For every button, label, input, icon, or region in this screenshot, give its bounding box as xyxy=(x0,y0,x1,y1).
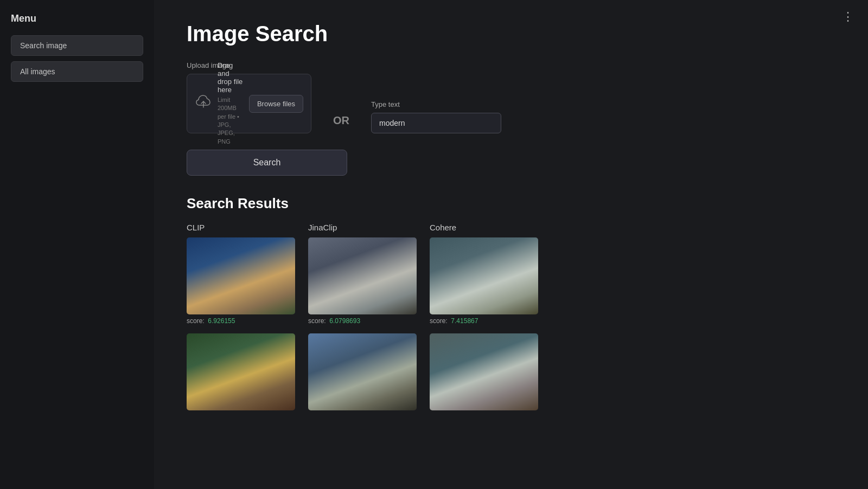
type-text-label: Type text xyxy=(371,100,501,108)
search-btn-row: Search xyxy=(187,150,835,176)
dropzone-text: Drag and drop file here Limit 200MB per … xyxy=(218,61,244,146)
file-limit-text: Limit 200MB per file • JPG, JPEG, PNG xyxy=(218,96,244,146)
search-inputs-row: Upload image Drag and drop file here Lim… xyxy=(187,61,835,133)
clip-score-1: score: 6.926155 xyxy=(187,317,295,325)
cohere-image-2[interactable] xyxy=(430,333,538,410)
results-columns: CLIP score: 6.926155 JinaClip xyxy=(187,223,835,422)
cohere-image-1[interactable] xyxy=(430,237,538,314)
clip-result-2 xyxy=(187,333,295,413)
jinaclip-score-1: score: 6.0798693 xyxy=(308,317,417,325)
sidebar-btn-search-image[interactable]: Search image xyxy=(11,35,143,56)
result-col-cohere: Cohere score: 7.415867 xyxy=(430,223,538,422)
score-label-cohere-1: score: xyxy=(430,317,448,325)
jinaclip-header: JinaClip xyxy=(308,223,417,232)
jinaclip-image-2[interactable] xyxy=(308,333,417,410)
cohere-result-1: score: 7.415867 xyxy=(430,237,538,325)
score-value-clip-1: 6.926155 xyxy=(208,317,235,325)
dropzone[interactable]: Drag and drop file here Limit 200MB per … xyxy=(187,74,311,133)
score-value-jina-1: 6.0798693 xyxy=(329,317,360,325)
score-label-jina-1: score: xyxy=(308,317,326,325)
upload-label: Upload image xyxy=(187,61,311,69)
cohere-score-1: score: 7.415867 xyxy=(430,317,538,325)
clip-header: CLIP xyxy=(187,223,295,232)
score-value-cohere-1: 7.415867 xyxy=(451,317,478,325)
sidebar: Menu Search image All images xyxy=(0,0,154,489)
clip-image-2[interactable] xyxy=(187,333,295,410)
cloud-upload-icon xyxy=(195,94,212,113)
results-section: Search Results CLIP score: 6.926155 xyxy=(187,195,835,422)
page-title: Image Search xyxy=(187,22,835,46)
menu-label: Menu xyxy=(11,13,143,24)
clip-image-1[interactable] xyxy=(187,237,295,314)
search-button[interactable]: Search xyxy=(187,150,347,176)
or-divider: OR xyxy=(333,114,349,133)
upload-section: Upload image Drag and drop file here Lim… xyxy=(187,61,311,133)
main-content: ⋮ Image Search Upload image Drag and dro… xyxy=(154,0,868,489)
jinaclip-result-1: score: 6.0798693 xyxy=(308,237,417,325)
jinaclip-image-1[interactable] xyxy=(308,237,417,314)
cohere-result-2 xyxy=(430,333,538,413)
score-label-clip-1: score: xyxy=(187,317,205,325)
results-title: Search Results xyxy=(187,195,835,212)
browse-files-button[interactable]: Browse files xyxy=(249,95,303,113)
drag-drop-text: Drag and drop file here xyxy=(218,61,244,94)
result-col-jinaclip: JinaClip score: 6.0798693 xyxy=(308,223,417,422)
text-search-section: Type text xyxy=(371,100,501,133)
jinaclip-result-2 xyxy=(308,333,417,413)
clip-result-1: score: 6.926155 xyxy=(187,237,295,325)
result-col-clip: CLIP score: 6.926155 xyxy=(187,223,295,422)
cohere-header: Cohere xyxy=(430,223,538,232)
text-search-input[interactable] xyxy=(371,113,501,133)
sidebar-btn-all-images[interactable]: All images xyxy=(11,61,143,82)
more-options-button[interactable]: ⋮ xyxy=(842,10,855,24)
